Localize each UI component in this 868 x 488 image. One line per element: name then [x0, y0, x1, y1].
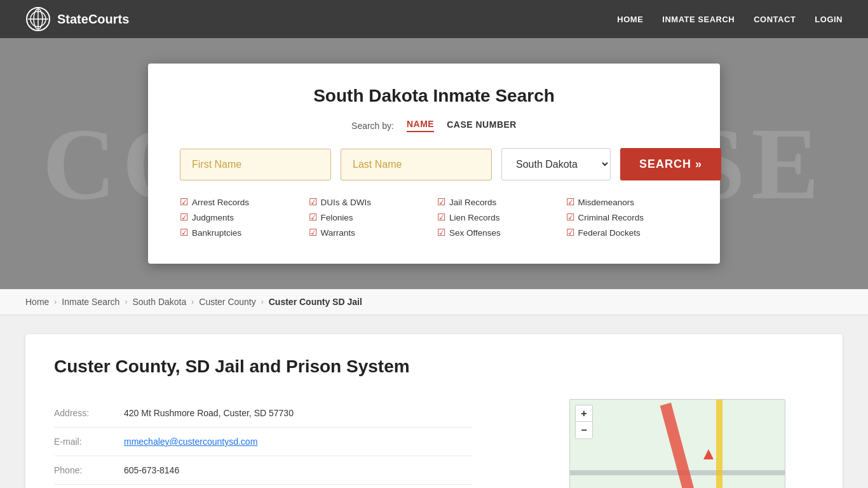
tab-name[interactable]: NAME	[407, 119, 434, 132]
checkbox-label: Criminal Records	[578, 213, 644, 222]
search-button[interactable]: SEARCH »	[620, 148, 721, 180]
checkboxes-grid: ☑Arrest Records☑DUIs & DWIs☑Jail Records…	[180, 196, 688, 238]
check-icon: ☑	[566, 212, 574, 223]
checkbox-item: ☑Judgments	[180, 212, 302, 223]
breadcrumb-link[interactable]: Inmate Search	[62, 297, 119, 307]
checkbox-label: Bankruptcies	[192, 228, 241, 238]
nav-inmate-search[interactable]: INMATE SEARCH	[662, 15, 735, 24]
checkbox-label: Felonies	[321, 213, 353, 222]
map-road-yellow	[716, 400, 722, 488]
check-icon: ☑	[566, 196, 574, 208]
info-row: Phone:605-673-8146	[54, 456, 472, 485]
checkbox-label: Misdemeanors	[578, 198, 635, 207]
header: StateCourts HOME INMATE SEARCH CONTACT L…	[0, 0, 868, 38]
search-card-title: South Dakota Inmate Search	[180, 86, 688, 106]
breadcrumb-link[interactable]: Custer County	[199, 297, 255, 307]
checkbox-item: ☑Arrest Records	[180, 196, 302, 208]
checkbox-label: Federal Dockets	[578, 228, 641, 238]
state-select[interactable]: South Dakota Alabama Alaska Arizona Arka…	[501, 148, 611, 180]
checkbox-item: ☑Lien Records	[437, 212, 560, 223]
info-table: Address:420 Mt Rushmore Road, Custer, SD…	[54, 399, 472, 488]
main-content: Custer County, SD Jail and Prison System…	[0, 315, 868, 488]
info-value: 420 Mt Rushmore Road, Custer, SD 57730	[124, 408, 294, 418]
info-row: Address:420 Mt Rushmore Road, Custer, SD…	[54, 399, 472, 428]
map-zoom-out[interactable]: −	[576, 422, 592, 438]
check-icon: ☑	[437, 212, 445, 223]
checkbox-item: ☑Bankruptcies	[180, 227, 302, 238]
search-card: South Dakota Inmate Search Search by: NA…	[148, 64, 720, 264]
checkbox-item: ☑Sex Offenses	[437, 227, 560, 238]
content-title: Custer County, SD Jail and Prison System	[54, 356, 814, 377]
checkbox-label: Sex Offenses	[449, 228, 501, 238]
logo-text: StateCourts	[57, 12, 129, 27]
nav-home[interactable]: HOME	[617, 15, 643, 24]
checkbox-item: ☑DUIs & DWIs	[309, 196, 431, 208]
checkbox-label: Jail Records	[449, 198, 496, 207]
check-icon: ☑	[437, 227, 445, 238]
checkbox-item: ☑Misdemeanors	[566, 196, 689, 208]
breadcrumb-separator: ›	[261, 297, 264, 306]
check-icon: ☑	[180, 196, 188, 208]
checkbox-label: Arrest Records	[192, 198, 249, 207]
breadcrumb-separator: ›	[125, 297, 127, 306]
check-icon: ☑	[180, 227, 188, 238]
checkbox-label: DUIs & DWIs	[321, 198, 372, 207]
search-by-row: Search by: NAME CASE NUMBER	[180, 119, 688, 132]
info-value[interactable]: mmechaley@custercountysd.com	[124, 437, 257, 447]
hero-section: COURTHOUSE South Dakota Inmate Search Se…	[0, 38, 868, 289]
logo-icon	[25, 6, 51, 32]
check-icon: ☑	[309, 227, 317, 238]
nav-links: HOME INMATE SEARCH CONTACT LOGIN	[617, 15, 843, 24]
content-card: Custer County, SD Jail and Prison System…	[25, 334, 843, 488]
info-row: E-mail:mmechaley@custercountysd.com	[54, 428, 472, 456]
breadcrumb-link[interactable]: South Dakota	[132, 297, 186, 307]
breadcrumb-link[interactable]: Home	[25, 297, 49, 307]
checkbox-item: ☑Criminal Records	[566, 212, 689, 223]
checkbox-item: ☑Felonies	[309, 212, 431, 223]
breadcrumb-separator: ›	[54, 297, 57, 306]
checkbox-label: Warrants	[321, 228, 355, 238]
first-name-input[interactable]	[180, 149, 331, 180]
checkbox-item: ☑Jail Records	[437, 196, 560, 208]
info-label: Phone:	[54, 465, 111, 475]
map-zoom-in[interactable]: +	[576, 405, 592, 422]
detail-area: Address:420 Mt Rushmore Road, Custer, SD…	[54, 399, 814, 488]
checkbox-label: Lien Records	[449, 213, 500, 222]
checkbox-item: ☑Warrants	[309, 227, 431, 238]
logo-area: StateCourts	[25, 6, 129, 32]
search-by-label: Search by:	[351, 121, 394, 131]
check-icon: ☑	[566, 227, 574, 238]
check-icon: ☑	[437, 196, 445, 208]
breadcrumb-current: Custer County SD Jail	[269, 297, 362, 307]
info-row: Fax:605-673-8154	[54, 485, 472, 488]
info-label: Address:	[54, 408, 111, 418]
map-bg: + −	[570, 400, 785, 488]
map-marker	[703, 449, 714, 459]
check-icon: ☑	[309, 196, 317, 208]
checkbox-item: ☑Federal Dockets	[566, 227, 689, 238]
checkbox-label: Judgments	[192, 213, 234, 222]
tab-case-number[interactable]: CASE NUMBER	[447, 119, 517, 132]
search-inputs-row: South Dakota Alabama Alaska Arizona Arka…	[180, 148, 688, 180]
nav-login[interactable]: LOGIN	[815, 15, 843, 24]
last-name-input[interactable]	[341, 149, 492, 180]
map-container: + −	[569, 399, 785, 488]
map-controls: + −	[575, 405, 593, 439]
check-icon: ☑	[309, 212, 317, 223]
check-icon: ☑	[180, 212, 188, 223]
nav-contact[interactable]: CONTACT	[754, 15, 796, 24]
breadcrumb: Home›Inmate Search›South Dakota›Custer C…	[0, 289, 868, 315]
info-label: E-mail:	[54, 437, 111, 447]
info-value: 605-673-8146	[124, 465, 179, 475]
breadcrumb-separator: ›	[191, 297, 194, 306]
